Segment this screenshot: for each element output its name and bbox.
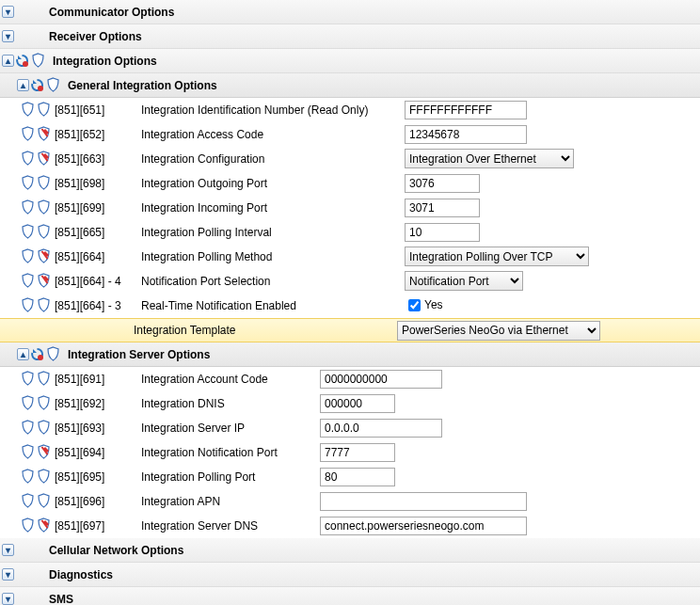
code-label: [851][692] [55,397,141,410]
collapse-general[interactable]: ▴ [17,79,29,91]
shield-icon-2 [37,102,51,118]
select-[851][664] - 4[interactable]: Notification Port [405,271,523,291]
section-title-communicator: Communicator Options [45,6,174,19]
input-[851][699][interactable] [405,199,480,217]
check-[851][664] - 3[interactable]: Yes [405,298,443,311]
input-[851][697][interactable] [320,517,527,535]
row-[851][693]: [851][693] Integration Server IP [0,416,700,440]
row-integration-template: Integration Template PowerSeries NeoGo v… [0,318,700,342]
code-label: [851][695] [55,470,141,484]
expand-receiver[interactable]: ▾ [2,30,14,42]
field-label: Integration APN [141,495,320,508]
field-label: Integration Configuration [141,152,405,166]
code-label: [851][698] [55,177,141,190]
input-[851][652][interactable] [405,125,527,144]
section-cellular[interactable]: ▾ Cellular Network Options [0,538,700,563]
section-communicator[interactable]: ▾ Communicator Options [0,0,700,24]
input-[851][698][interactable] [405,174,480,193]
input-[851][696][interactable] [320,492,527,511]
row-[851][691]: [851][691] Integration Account Code [0,367,700,391]
expand-cellular[interactable]: ▾ [2,544,14,556]
refresh-icon [30,78,44,92]
row-[851][695]: [851][695] Integration Polling Port [0,465,700,489]
field-label: Real-Time Notification Enabled [141,299,405,312]
shield-icon [21,199,35,215]
shield-icon-2 [37,297,51,313]
template-label: Integration Template [134,324,397,337]
field-label: Notification Port Selection [141,275,405,288]
row-[851][699]: [851][699] Integration Incoming Port [0,196,700,220]
code-label: [851][664] [55,250,141,263]
shield-icon-2 [37,199,51,215]
code-label: [851][691] [55,373,141,386]
input-[851][692][interactable] [320,394,395,413]
row-[851][692]: [851][692] Integration DNIS [0,391,700,416]
input-[851][694][interactable] [320,443,395,462]
row-[851][664] - 3: [851][664] - 3 Real-Time Notification En… [0,294,700,318]
collapse-integration[interactable]: ▴ [2,55,14,67]
shield-icon [21,102,35,118]
collapse-server[interactable]: ▴ [17,348,29,360]
field-label: Integration Incoming Port [141,201,405,215]
shield-icon-2 [37,175,51,191]
field-label: Integration Polling Method [141,250,405,263]
input-[851][665][interactable] [405,223,480,242]
input-[851][693][interactable] [320,419,442,438]
shield-icon-2 [37,126,51,142]
shield-icon [21,517,35,533]
code-label: [851][696] [55,495,141,508]
input-[851][651][interactable] [405,101,527,119]
shield-icon [31,53,45,69]
row-[851][697]: [851][697] Integration Server DNS [0,514,700,538]
field-label: Integration Polling Interval [141,226,405,239]
row-[851][694]: [851][694] Integration Notification Port [0,440,700,465]
shield-icon [21,420,35,436]
shield-icon-2 [37,420,51,436]
code-label: [851][664] - 4 [55,275,141,288]
code-label: [851][693] [55,422,141,435]
code-label: [851][665] [55,226,141,239]
shield-icon [21,175,35,191]
refresh-icon [30,347,44,361]
input-[851][695][interactable] [320,468,395,486]
field-label: Integration Polling Port [141,470,320,484]
shield-icon [21,126,35,142]
shield-icon [46,77,60,93]
section-sms[interactable]: ▾ SMS [0,587,700,605]
section-integration-server[interactable]: ▴ Integration Server Options [0,342,700,367]
input-[851][691][interactable] [320,370,442,389]
select-[851][663][interactable]: Integration Over Ethernet [405,149,574,168]
field-label: Integration Access Code [141,128,405,141]
expand-sms[interactable]: ▾ [2,593,14,605]
section-title-receiver: Receiver Options [45,30,142,43]
row-[851][698]: [851][698] Integration Outgoing Port [0,171,700,196]
section-title-general: General Integration Options [64,79,217,92]
row-[851][696]: [851][696] Integration APN [0,489,700,514]
shield-icon [21,273,35,289]
shield-icon-2 [37,493,51,509]
field-label: Integration Server DNS [141,519,320,533]
code-label: [851][652] [55,128,141,141]
field-label: Integration DNIS [141,397,320,410]
refresh-icon [15,54,29,68]
section-integration[interactable]: ▴ Integration Options [0,49,700,73]
shield-icon-2 [37,224,51,240]
expand-communicator[interactable]: ▾ [2,6,14,18]
expand-diagnostics[interactable]: ▾ [2,568,14,581]
select-integration-template[interactable]: PowerSeries NeoGo via Ethernet [397,321,600,341]
code-label: [851][697] [55,519,141,533]
shield-icon [21,151,35,167]
section-receiver[interactable]: ▾ Receiver Options [0,24,700,49]
code-label: [851][663] [55,152,141,166]
section-general-integration[interactable]: ▴ General Integration Options [0,73,700,98]
select-[851][664][interactable]: Integration Polling Over TCP [405,247,589,266]
section-title-diagnostics: Diagnostics [45,568,113,581]
section-title-server: Integration Server Options [64,348,210,361]
shield-icon [21,469,35,485]
section-diagnostics[interactable]: ▾ Diagnostics [0,563,700,587]
shield-icon [21,248,35,264]
shield-icon-2 [37,273,51,289]
shield-icon-2 [37,151,51,167]
field-label: Integration Identification Number (Read … [141,103,405,117]
row-[851][652]: [851][652] Integration Access Code [0,122,700,147]
